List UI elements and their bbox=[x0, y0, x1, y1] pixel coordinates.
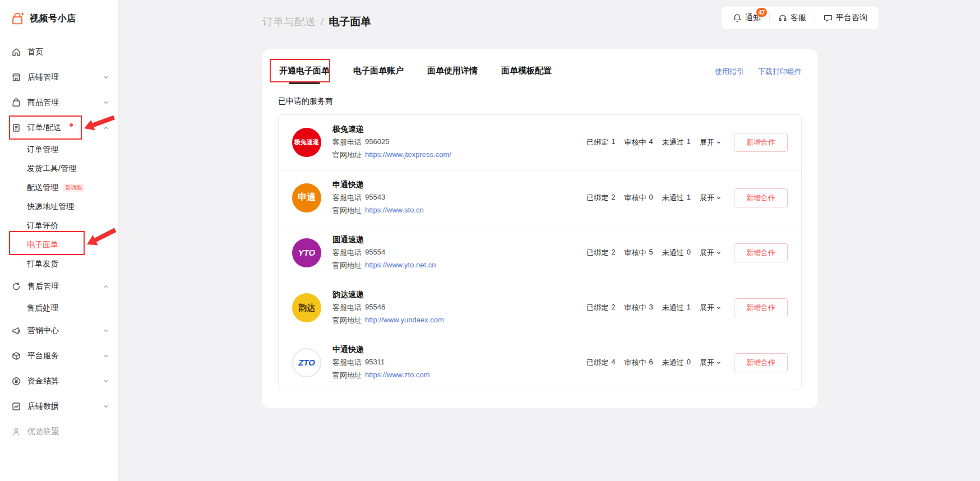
phone-value: 95554 bbox=[365, 248, 385, 258]
sidebar-subitem-express-address[interactable]: 快递地址管理 bbox=[0, 197, 118, 216]
chevron-down-icon bbox=[716, 250, 722, 256]
sidebar-subitem-delivery-management[interactable]: 配送管理 新功能 bbox=[0, 178, 118, 197]
site-url-link[interactable]: https://www.yto.net.cn bbox=[365, 261, 436, 271]
phone-value: 95546 bbox=[365, 303, 385, 313]
megaphone-icon bbox=[11, 326, 21, 336]
sidebar-item-alliance[interactable]: 优选联盟 bbox=[0, 419, 118, 444]
provider-name[interactable]: 中通快递 bbox=[332, 345, 430, 355]
provider-name[interactable]: 圆通速递 bbox=[332, 235, 436, 245]
stat-failed: 未通过0 bbox=[662, 248, 691, 258]
stat-value: 4 bbox=[649, 137, 653, 147]
chevron-down-icon bbox=[103, 327, 109, 334]
provider-name[interactable]: 申通快递 bbox=[332, 180, 424, 190]
tab-waybill-usage[interactable]: 面单使用详情 bbox=[426, 61, 479, 85]
expand-label: 展开 bbox=[700, 248, 714, 258]
provider-stats: 已绑定2 审核中3 未通过1 展开 bbox=[586, 303, 722, 313]
tab-links: 使用指引 下载打印组件 bbox=[715, 61, 802, 77]
site-url-link[interactable]: http://www.yundaex.com bbox=[365, 316, 444, 326]
nav-label: 售后管理 bbox=[27, 281, 59, 292]
stat-label: 未通过 bbox=[662, 193, 684, 203]
active-tab-underline bbox=[289, 82, 320, 84]
provider-row-sto: 申通 申通快递 客服电话 95543 官网地址 https://www.sto.… bbox=[279, 170, 801, 225]
home-icon bbox=[11, 47, 21, 57]
tab-waybill-account[interactable]: 电子面单账户 bbox=[352, 61, 405, 85]
expand-toggle[interactable]: 展开 bbox=[700, 358, 722, 368]
provider-stats: 已绑定2 审核中0 未通过1 展开 bbox=[586, 193, 722, 203]
provider-site-line: 官网地址 https://www.jtexpress.com/ bbox=[332, 150, 451, 160]
provider-name[interactable]: 极兔速递 bbox=[332, 124, 451, 135]
sidebar-subitem-shipping-tools[interactable]: 发货工具/管理 bbox=[0, 159, 118, 178]
site-label: 官网地址 bbox=[332, 206, 362, 216]
notifications-button[interactable]: 通知 47 bbox=[724, 7, 769, 29]
add-cooperation-button[interactable]: 新增合作 bbox=[734, 243, 788, 262]
person-icon bbox=[11, 427, 21, 437]
provider-stats: 已绑定2 审核中5 未通过0 展开 bbox=[586, 248, 722, 258]
stat-bound: 已绑定2 bbox=[586, 303, 615, 313]
provider-site-line: 官网地址 https://www.yto.net.cn bbox=[332, 261, 436, 271]
provider-name[interactable]: 韵达速递 bbox=[332, 290, 444, 300]
sidebar-item-home[interactable]: 首页 bbox=[0, 39, 118, 64]
tab-open-waybill[interactable]: 开通电子面单 bbox=[278, 61, 331, 85]
sidebar-subitem-e-waybill[interactable]: 电子面单 bbox=[0, 235, 118, 255]
customer-service-button[interactable]: 客服 bbox=[770, 7, 815, 29]
provider-stats: 已绑定1 审核中4 未通过1 展开 bbox=[586, 137, 722, 147]
nav-label: 店铺管理 bbox=[27, 72, 59, 82]
sidebar-subitem-print-ship[interactable]: 打单发货 bbox=[0, 255, 118, 274]
platform-consult-button[interactable]: 平台咨询 bbox=[815, 7, 876, 29]
tabs: 开通电子面单 电子面单账户 面单使用详情 面单模板配置 bbox=[278, 61, 553, 85]
sidebar-item-marketing-center[interactable]: 营销中心 bbox=[0, 318, 118, 343]
expand-toggle[interactable]: 展开 bbox=[700, 303, 722, 313]
provider-logo: YTO bbox=[292, 238, 321, 267]
content-card: 开通电子面单 电子面单账户 面单使用详情 面单模板配置 使用指引 下载打印组件 … bbox=[262, 49, 817, 408]
stat-failed: 未通过1 bbox=[662, 137, 691, 147]
breadcrumb-current: 电子面单 bbox=[329, 16, 371, 27]
add-cooperation-button[interactable]: 新增合作 bbox=[734, 353, 788, 372]
breadcrumb-parent[interactable]: 订单与配送 bbox=[262, 16, 316, 27]
sidebar-subitem-order-review[interactable]: 订单评价 bbox=[0, 216, 118, 235]
expand-toggle[interactable]: 展开 bbox=[700, 193, 722, 203]
usage-guide-link[interactable]: 使用指引 bbox=[715, 67, 744, 77]
stat-reviewing: 审核中6 bbox=[625, 358, 653, 368]
nav-label: 店铺数据 bbox=[27, 401, 59, 411]
provider-stats: 已绑定4 审核中6 未通过0 展开 bbox=[586, 358, 722, 368]
sidebar-item-aftersale-management[interactable]: 售后管理 bbox=[0, 274, 118, 299]
sidebar-subitem-aftersale-handle[interactable]: 售后处理 bbox=[0, 299, 118, 318]
sidebar-item-shop-data[interactable]: 店铺数据 bbox=[0, 394, 118, 419]
tab-waybill-template[interactable]: 面单模板配置 bbox=[500, 61, 553, 85]
add-cooperation-button[interactable]: 新增合作 bbox=[734, 188, 788, 207]
provider-phone-line: 客服电话 95311 bbox=[332, 358, 430, 368]
stat-value: 2 bbox=[611, 193, 615, 203]
breadcrumb-separator: / bbox=[321, 16, 323, 27]
expand-toggle[interactable]: 展开 bbox=[700, 137, 722, 147]
add-cooperation-button[interactable]: 新增合作 bbox=[734, 298, 788, 317]
tab-label: 开通电子面单 bbox=[279, 66, 330, 75]
sidebar-item-funds-settlement[interactable]: 资金结算 bbox=[0, 368, 118, 394]
provider-row-jt: 极兔速递 极兔速递 客服电话 956025 官网地址 https://www.j… bbox=[279, 115, 801, 170]
sidebar-item-goods-management[interactable]: 商品管理 bbox=[0, 90, 118, 115]
nav-label: 打单发货 bbox=[27, 259, 58, 269]
provider-row-zto: ZTO 中通快递 客服电话 95311 官网地址 https://www.zto… bbox=[279, 335, 801, 390]
expand-toggle[interactable]: 展开 bbox=[700, 248, 722, 258]
chat-bubble-icon bbox=[824, 13, 833, 22]
add-cooperation-button[interactable]: 新增合作 bbox=[734, 133, 788, 152]
site-url-link[interactable]: https://www.sto.cn bbox=[365, 206, 424, 216]
sidebar-item-order-delivery[interactable]: 订单/配送 bbox=[0, 115, 118, 140]
stat-label: 已绑定 bbox=[586, 137, 608, 147]
shopping-bag-icon bbox=[11, 98, 21, 108]
bell-icon bbox=[733, 13, 742, 22]
stat-label: 未通过 bbox=[662, 248, 684, 258]
new-feature-badge: 新功能 bbox=[63, 184, 84, 192]
sidebar-subitem-order-management[interactable]: 订单管理 bbox=[0, 140, 118, 159]
customer-service-label: 客服 bbox=[791, 13, 806, 23]
provider-info: 圆通速递 客服电话 95554 官网地址 https://www.yto.net… bbox=[332, 235, 436, 271]
chevron-down-icon bbox=[103, 353, 109, 359]
phone-label: 客服电话 bbox=[332, 193, 362, 203]
site-url-link[interactable]: https://www.jtexpress.com/ bbox=[365, 150, 451, 160]
sidebar-item-platform-service[interactable]: 平台服务 bbox=[0, 343, 118, 368]
sidebar-item-shop-management[interactable]: 店铺管理 bbox=[0, 64, 118, 90]
download-print-component-link[interactable]: 下载打印组件 bbox=[758, 67, 802, 77]
site-url-link[interactable]: https://www.zto.com bbox=[365, 371, 430, 381]
phone-label: 客服电话 bbox=[332, 248, 362, 258]
expand-label: 展开 bbox=[700, 193, 714, 203]
stat-value: 2 bbox=[611, 303, 615, 313]
